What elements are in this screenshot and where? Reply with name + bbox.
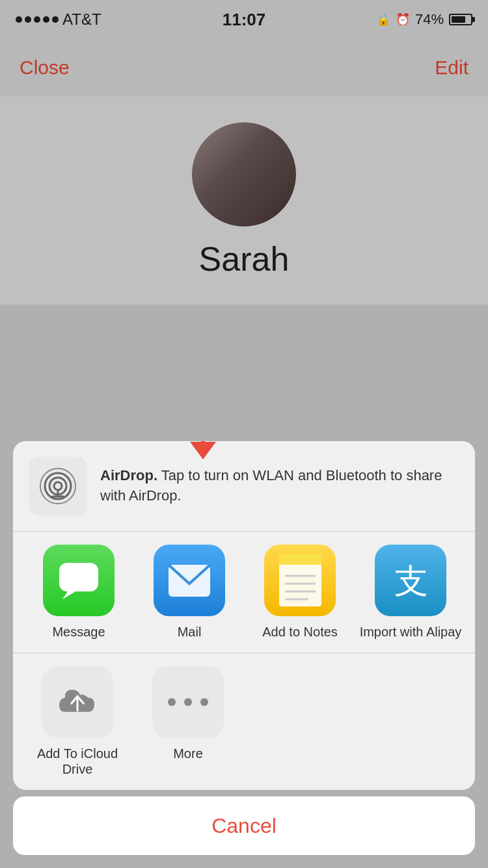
airdrop-title: AirDrop. <box>100 467 157 483</box>
airdrop-description: AirDrop. Tap to turn on WLAN and Bluetoo… <box>100 466 459 506</box>
battery-percent: 74% <box>415 11 444 28</box>
alipay-app-icon: 支 <box>375 545 446 616</box>
signal-dot-4 <box>43 16 49 23</box>
nav-bar: Close Edit <box>0 39 488 96</box>
airdrop-icon-wrap <box>29 457 87 515</box>
down-arrow-indicator <box>183 441 223 465</box>
share-sheet: AirDrop. Tap to turn on WLAN and Bluetoo… <box>13 441 475 790</box>
carrier-label: AT&T <box>62 10 102 29</box>
notes-icon <box>276 551 325 610</box>
alipay-app-label: Import with Alipay <box>360 624 462 640</box>
signal-dot-5 <box>52 16 59 23</box>
avatar <box>192 122 296 226</box>
svg-marker-7 <box>190 442 216 459</box>
alipay-icon: 支 <box>388 558 433 603</box>
icloud-action-label: Add To iCloud Drive <box>29 746 126 777</box>
mail-app-label: Mail <box>178 624 202 640</box>
message-app-label: Message <box>52 624 105 640</box>
svg-text:支: 支 <box>394 562 428 600</box>
svg-marker-9 <box>62 591 75 599</box>
avatar-image <box>192 122 296 226</box>
svg-point-20 <box>168 698 176 706</box>
app-item-mail[interactable]: Mail <box>134 545 245 640</box>
status-right: 🔒 ⏰ 74% <box>376 11 472 28</box>
signal-dot-1 <box>16 16 22 23</box>
message-app-icon <box>43 545 115 616</box>
signal-dot-2 <box>25 16 31 23</box>
actions-row: Add To iCloud Drive More <box>13 653 475 790</box>
cancel-button-wrap: Cancel <box>13 796 475 855</box>
more-action-icon <box>152 666 224 738</box>
app-item-alipay[interactable]: 支 Import with Alipay <box>355 545 466 640</box>
signal-dots <box>16 16 59 23</box>
more-action-label: More <box>173 746 203 761</box>
svg-rect-8 <box>59 563 98 591</box>
contact-name: Sarah <box>199 239 290 278</box>
close-button[interactable]: Close <box>20 57 70 79</box>
status-left: AT&T <box>16 10 102 29</box>
svg-rect-13 <box>279 562 321 565</box>
contact-area: Sarah <box>0 96 488 305</box>
app-item-notes[interactable]: Add to Notes <box>245 545 355 640</box>
svg-point-22 <box>200 698 208 706</box>
battery-fill <box>452 16 465 23</box>
battery-icon <box>449 14 472 25</box>
notes-app-icon <box>264 545 336 616</box>
edit-button[interactable]: Edit <box>435 57 468 79</box>
svg-point-21 <box>184 698 192 706</box>
action-item-icloud[interactable]: Add To iCloud Drive <box>29 666 126 777</box>
status-bar: AT&T 11:07 🔒 ⏰ 74% <box>0 0 488 39</box>
mail-envelope-icon <box>167 563 212 599</box>
message-bubble-icon <box>56 558 102 603</box>
more-dots-icon <box>165 696 211 709</box>
notes-app-label: Add to Notes <box>262 624 338 640</box>
time-label: 11:07 <box>223 10 266 30</box>
airdrop-section[interactable]: AirDrop. Tap to turn on WLAN and Bluetoo… <box>13 441 475 532</box>
alarm-icon: ⏰ <box>396 12 410 27</box>
svg-point-0 <box>54 482 62 490</box>
cloud-upload-icon <box>57 685 99 720</box>
mail-app-icon <box>154 545 225 616</box>
app-item-message[interactable]: Message <box>23 545 134 640</box>
airdrop-icon <box>38 467 77 506</box>
action-item-more[interactable]: More <box>139 666 237 777</box>
signal-dot-3 <box>34 16 40 23</box>
app-row: Message Mail <box>13 532 475 653</box>
cancel-button[interactable]: Cancel <box>13 796 475 855</box>
lock-icon: 🔒 <box>376 12 390 27</box>
icloud-action-icon <box>42 666 113 738</box>
